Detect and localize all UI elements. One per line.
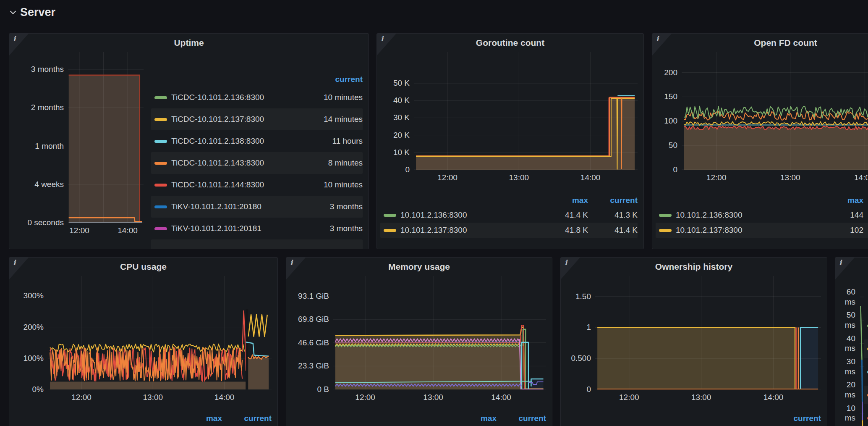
- legend-row: 10.101.2.137:830041.8 K41.4 K: [380, 223, 638, 238]
- x-tick-label: 14:00: [763, 393, 784, 402]
- panel-info-icon[interactable]: i: [9, 34, 29, 55]
- legend-header-row: maxcurrent: [290, 411, 546, 426]
- y-tick-label: 23.3 GiB: [298, 361, 329, 371]
- legend-series-name[interactable]: 10.101.2.137:8300: [400, 226, 539, 235]
- panel-info-icon[interactable]: i: [561, 258, 580, 279]
- chart-plot[interactable]: [682, 52, 868, 170]
- legend-header-row: current: [151, 72, 363, 87]
- legend-row: TiCDC-10.101.2.143:83008 minutes: [151, 152, 363, 174]
- legend-row[interactable]: [864, 363, 868, 381]
- legend-series-name[interactable]: TiCDC-10.101.2.138:8300: [171, 137, 291, 146]
- x-axis: 12:0014:00: [68, 223, 144, 235]
- legend-row[interactable]: [864, 409, 868, 426]
- y-tick-label: 300%: [23, 291, 44, 301]
- x-tick-label: 14:00: [118, 226, 138, 235]
- panel-title[interactable]: CPU usage: [120, 262, 167, 272]
- section-title: Server: [20, 6, 55, 19]
- legend-value: 41.4 K: [588, 226, 638, 235]
- y-tick-label: 50: [669, 140, 677, 150]
- chart-plot[interactable]: [48, 276, 272, 389]
- y-tick-label: 1: [586, 323, 591, 333]
- panel-info-icon[interactable]: i: [835, 258, 855, 279]
- legend-value: 144: [814, 210, 863, 220]
- legend-sort-header[interactable]: max: [814, 196, 863, 205]
- panel-open-fd-count: i Open FD count 200150100500 12:0013:001…: [652, 33, 868, 249]
- legend-value: 102: [814, 226, 863, 235]
- legend-series-name[interactable]: 10.101.2.136:8300: [400, 210, 539, 220]
- chart-plot[interactable]: [414, 52, 638, 170]
- legend-row[interactable]: [864, 386, 868, 404]
- legend-row: TiKV-10.101.2.101:201803 months: [151, 196, 363, 218]
- panel-info-icon[interactable]: i: [652, 34, 672, 55]
- panel-title[interactable]: Open FD count: [754, 38, 817, 48]
- chart-plot[interactable]: [595, 276, 821, 389]
- x-tick-label: 12:00: [706, 173, 727, 182]
- legend-series-name[interactable]: TiCDC-10.101.2.136:8300: [171, 93, 291, 102]
- x-tick-label: 13:00: [423, 393, 443, 402]
- panel-info-icon[interactable]: i: [9, 258, 29, 279]
- legend-row: TiCDC-10.101.2.144:830010 minutes: [151, 174, 363, 196]
- legend-sort-header[interactable]: current: [771, 414, 821, 423]
- series-color-swatch: [154, 118, 167, 121]
- legend-header-row: current: [564, 411, 821, 426]
- x-tick-label: 14:00: [580, 173, 601, 182]
- legend-row: TiKV-10.101.2.101:201813 months: [151, 218, 363, 239]
- y-tick-label: 0 B: [317, 384, 329, 394]
- panel-title[interactable]: Ownership history: [655, 262, 732, 272]
- panel-info-icon[interactable]: i: [377, 34, 396, 55]
- legend-sort-header[interactable]: current: [588, 196, 638, 205]
- series-color-swatch: [154, 205, 167, 208]
- y-axis: 3 months2 months1 month4 weeks0 seconds: [13, 52, 68, 223]
- series-color-swatch: [384, 214, 396, 217]
- chart-plot[interactable]: [860, 276, 864, 426]
- legend-sort-header[interactable]: current: [291, 75, 363, 84]
- legend-sort-header[interactable]: current: [497, 414, 546, 423]
- y-tick-label: 40 K: [393, 95, 410, 105]
- panel-title[interactable]: Memory usage: [388, 262, 450, 272]
- y-tick-label: 0: [586, 384, 591, 394]
- y-tick-label: 93.1 GiB: [298, 291, 329, 301]
- panel-header: Ownership history: [561, 258, 827, 276]
- latency-legend: [864, 316, 868, 426]
- panel-cpu-usage: i CPU usage 300%200%100%0% 12:0013:0014:…: [9, 257, 278, 426]
- panel-header: CPU usage: [9, 258, 277, 276]
- y-tick-label: 40ms: [845, 334, 855, 354]
- y-tick-label: 1.50: [575, 292, 591, 302]
- legend-series-name[interactable]: 10.101.2.136:8300: [676, 210, 814, 220]
- legend-sort-header[interactable]: max: [447, 414, 497, 423]
- uptime-chart: 3 months2 months1 month4 weeks0 seconds …: [13, 52, 144, 235]
- legend-series-name[interactable]: TiCDC-10.101.2.144:8300: [171, 180, 291, 189]
- series-color-swatch: [659, 214, 672, 217]
- goroutine-legend: maxcurrent10.101.2.136:830041.4 K41.3 K1…: [380, 193, 638, 238]
- series-color-swatch: [154, 227, 167, 230]
- legend-series-name[interactable]: TiCDC-10.101.2.143:8300: [171, 158, 291, 168]
- y-tick-label: 20ms: [845, 380, 855, 400]
- memory-chart: 93.1 GiB69.8 GiB46.6 GiB23.3 GiB0 B 12:0…: [290, 276, 546, 402]
- legend-sort-header[interactable]: max: [539, 196, 588, 205]
- panel-info-icon[interactable]: i: [286, 258, 306, 279]
- latency-chart: 60ms50ms40ms30ms20ms10ms: [839, 276, 864, 426]
- legend-series-name[interactable]: TiCDC-10.101.2.137:8300: [171, 115, 291, 124]
- server-section-toggle[interactable]: Server: [11, 6, 55, 19]
- x-tick-label: 13:00: [691, 393, 711, 402]
- chevron-down-icon: [10, 8, 16, 14]
- y-axis: 200150100500: [656, 52, 682, 170]
- x-tick-label: 12:00: [355, 393, 375, 402]
- chart-plot[interactable]: [333, 276, 546, 389]
- x-axis: 12:0013:0014:00: [595, 389, 821, 402]
- legend-sort-header[interactable]: current: [222, 414, 272, 423]
- x-axis: 12:0013:0014:00: [414, 170, 638, 182]
- legend-row[interactable]: [864, 316, 868, 335]
- legend-series-name[interactable]: TiKV-10.101.2.101:20181: [171, 224, 291, 233]
- legend-sort-header[interactable]: current: [863, 196, 868, 205]
- legend-series-name[interactable]: TiKV-10.101.2.101:20180: [171, 202, 291, 211]
- legend-sort-header[interactable]: max: [173, 414, 222, 423]
- legend-row[interactable]: [864, 339, 868, 358]
- y-tick-label: 69.8 GiB: [298, 314, 329, 324]
- legend-series-name[interactable]: 10.101.2.137:8300: [676, 226, 814, 235]
- legend-value: 10 minutes: [291, 93, 363, 102]
- panel-title[interactable]: Uptime: [174, 38, 204, 48]
- chart-plot[interactable]: [68, 52, 144, 223]
- panel-uptime: i Uptime 3 months2 months1 month4 weeks0…: [9, 33, 369, 249]
- panel-title[interactable]: Goroutine count: [476, 38, 544, 48]
